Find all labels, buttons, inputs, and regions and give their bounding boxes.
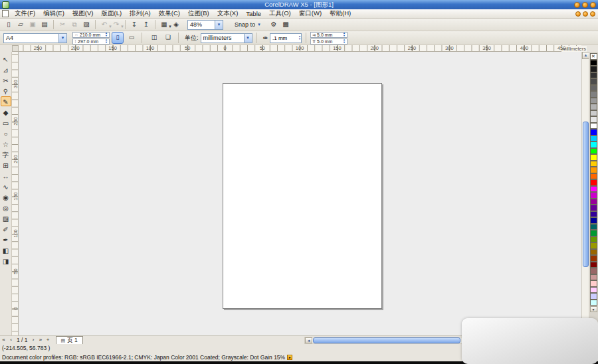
portrait-button[interactable]: ▯ xyxy=(112,32,124,44)
last-page-button[interactable]: » xyxy=(37,337,45,344)
spinner-arrows-icon[interactable]: ▲▼ xyxy=(343,32,346,37)
doc-minimize-button[interactable] xyxy=(575,11,581,17)
menu-item-3[interactable]: 视图(V) xyxy=(68,9,98,18)
color-profile-icon[interactable]: ▸ xyxy=(287,355,292,360)
vertical-scrollbar[interactable]: ▲ ▼ xyxy=(581,52,589,335)
vertical-scroll-thumb[interactable] xyxy=(583,122,589,267)
color-swatch[interactable] xyxy=(590,287,597,294)
open-button[interactable]: ▱ xyxy=(15,19,26,30)
all-pages-button[interactable]: ◫ xyxy=(148,32,160,44)
landscape-button[interactable]: ▭ xyxy=(126,32,138,44)
export-button[interactable]: ↥ xyxy=(141,19,151,30)
print-button[interactable]: ▤ xyxy=(39,19,50,30)
canvas-area[interactable] xyxy=(19,52,581,335)
paste-button[interactable]: ▨ xyxy=(81,19,92,30)
color-swatch[interactable] xyxy=(590,262,597,268)
fill-tool[interactable]: ◧ xyxy=(1,245,11,255)
menu-item-11[interactable]: 窗口(W) xyxy=(295,9,326,18)
menu-item-6[interactable]: 效果(C) xyxy=(155,9,184,18)
menu-item-8[interactable]: 文本(X) xyxy=(213,9,243,18)
contour-tool[interactable]: ◎ xyxy=(1,203,11,213)
copy-button[interactable]: ⧉ xyxy=(69,19,80,30)
color-swatch[interactable] xyxy=(590,224,597,230)
color-swatch[interactable] xyxy=(590,129,597,136)
color-swatch[interactable] xyxy=(590,167,597,173)
polygon-tool[interactable]: ☆ xyxy=(1,139,11,149)
options-button[interactable]: ⚙ xyxy=(268,19,279,30)
duplicate-y-field[interactable]: ⇈ 5.0 mm ▲▼ xyxy=(310,39,348,45)
color-swatch[interactable] xyxy=(590,72,597,79)
horizontal-scroll-thumb[interactable] xyxy=(313,337,460,343)
redo-button[interactable]: ↷▼ xyxy=(111,19,122,30)
minimize-button[interactable] xyxy=(574,2,580,8)
pick-tool[interactable]: ↖ xyxy=(1,54,11,64)
menu-item-1[interactable]: 文件(F) xyxy=(11,9,39,18)
color-swatch[interactable] xyxy=(590,300,597,306)
scroll-left-button[interactable]: ◄ xyxy=(305,337,312,343)
nudge-offset-field[interactable]: .1 mm ▲▼ xyxy=(270,33,302,43)
menu-item-5[interactable]: 排列(A) xyxy=(126,9,155,18)
color-swatch[interactable] xyxy=(590,78,597,85)
spinner-arrows-icon[interactable]: ▲▼ xyxy=(343,39,346,44)
freehand-tool[interactable]: ✎ xyxy=(1,96,11,106)
paper-width-field[interactable]: ↔ 210.0 mm ▲▼ xyxy=(72,32,110,38)
color-swatch[interactable] xyxy=(590,249,597,256)
vertical-ruler[interactable]: 300250200150100500 xyxy=(12,52,19,335)
color-swatch[interactable] xyxy=(590,199,597,205)
snap-to-combo[interactable]: Snap to ▼ xyxy=(233,20,261,30)
first-page-button[interactable]: « xyxy=(0,337,7,344)
menu-item-7[interactable]: 位图(B) xyxy=(184,9,213,18)
color-swatch[interactable] xyxy=(590,148,597,155)
next-page-button[interactable]: › xyxy=(30,337,37,344)
guidelines-button[interactable]: ▩ xyxy=(280,19,291,30)
no-color-swatch[interactable]: ✕ xyxy=(590,53,597,60)
color-swatch[interactable] xyxy=(590,66,597,72)
ellipse-tool[interactable]: ○ xyxy=(1,128,11,138)
color-swatch[interactable] xyxy=(590,205,597,211)
color-swatch[interactable] xyxy=(590,236,597,243)
cut-button[interactable]: ✂ xyxy=(57,19,68,30)
spinner-arrows-icon[interactable]: ▲▼ xyxy=(298,35,301,41)
color-swatch[interactable] xyxy=(590,173,597,180)
color-swatch[interactable] xyxy=(590,179,597,186)
import-button[interactable]: ↧ xyxy=(129,19,140,30)
palette-scroll-down-button[interactable]: ▼ xyxy=(590,306,597,312)
chevron-down-icon[interactable]: ▼ xyxy=(120,21,124,32)
color-swatch[interactable] xyxy=(590,123,597,130)
ruler-origin-button[interactable] xyxy=(12,45,19,52)
color-swatch[interactable] xyxy=(590,217,597,224)
paper-type-combo[interactable]: A4 ▼ xyxy=(3,33,67,43)
color-swatch[interactable] xyxy=(590,91,597,98)
current-page-button[interactable]: ❏ xyxy=(162,32,174,44)
transparency-tool[interactable]: ▨ xyxy=(1,213,11,223)
doc-restore-button[interactable] xyxy=(583,11,588,17)
chevron-down-icon[interactable]: ▼ xyxy=(244,34,252,43)
chevron-down-icon[interactable]: ▼ xyxy=(58,34,66,43)
chevron-down-icon[interactable]: ▼ xyxy=(215,21,223,29)
text-tool[interactable]: 字 xyxy=(1,149,11,159)
interactive-fill-tool[interactable]: ◨ xyxy=(1,256,11,266)
drawing-page[interactable] xyxy=(223,83,382,309)
color-swatch[interactable] xyxy=(590,104,597,110)
restore-button[interactable] xyxy=(582,2,588,8)
color-swatch[interactable] xyxy=(590,161,597,167)
menu-item-9[interactable]: Table xyxy=(242,10,265,17)
menu-item-4[interactable]: 版面(L) xyxy=(97,9,126,18)
color-swatch[interactable] xyxy=(590,255,597,262)
blend-tool[interactable]: ◉ xyxy=(1,192,11,202)
application-launcher-button[interactable]: ▦▼ xyxy=(159,19,169,30)
color-swatch[interactable] xyxy=(590,141,597,148)
color-swatch[interactable] xyxy=(590,268,597,274)
outline-pen-tool[interactable]: ✒ xyxy=(1,234,11,244)
menu-item-10[interactable]: 工具(O) xyxy=(265,9,295,18)
color-swatch[interactable] xyxy=(590,60,597,66)
crop-tool[interactable]: ✂ xyxy=(1,75,11,85)
units-combo[interactable]: millimeters ▼ xyxy=(201,33,252,43)
color-swatch[interactable] xyxy=(590,85,597,92)
menu-item-2[interactable]: 编辑(E) xyxy=(39,9,68,18)
zoom-level-combo[interactable]: 48% ▼ xyxy=(187,20,223,30)
spinner-arrows-icon[interactable]: ▲▼ xyxy=(105,32,108,37)
color-swatch[interactable] xyxy=(590,230,597,236)
close-button[interactable] xyxy=(590,2,596,8)
dimension-tool[interactable]: ↔ xyxy=(1,171,11,181)
